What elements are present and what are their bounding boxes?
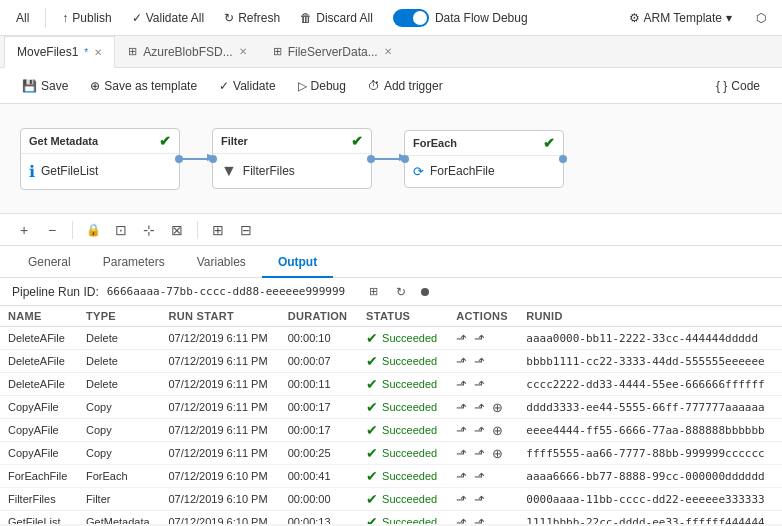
canvas-fit-button[interactable]: ⊡ — [109, 218, 133, 242]
cell-type-1: Delete — [78, 350, 160, 373]
action-output-icon-6[interactable]: ⬏ — [474, 469, 485, 484]
action-output-icon-3[interactable]: ⬏ — [474, 400, 485, 415]
canvas-add-button[interactable]: + — [12, 218, 36, 242]
action-link-icon-3[interactable]: ⊕ — [492, 400, 503, 415]
action-input-icon-0[interactable]: ⬏ — [456, 331, 467, 346]
copy-run-id-button[interactable]: ⊞ — [361, 280, 385, 304]
arm-template-label: ARM Template — [644, 11, 722, 25]
second-toolbar: 💾 Save ⊕ Save as template ✓ Validate ▷ D… — [0, 68, 782, 104]
cell-actions-7: ⬏ ⬏ — [448, 488, 518, 511]
action-input-icon-5[interactable]: ⬏ — [456, 446, 467, 461]
action-input-icon-3[interactable]: ⬏ — [456, 400, 467, 415]
add-trigger-button[interactable]: ⏱ Add trigger — [358, 75, 453, 97]
tab-fileserver-label: FileServerData... — [288, 45, 378, 59]
canvas-select-button[interactable]: ⊹ — [137, 218, 161, 242]
publish-button[interactable]: ↑ Publish — [54, 7, 119, 29]
code-button[interactable]: { } Code — [706, 75, 770, 97]
save-label: Save — [41, 79, 68, 93]
table-body: DeleteAFile Delete 07/12/2019 6:11 PM 00… — [0, 327, 782, 525]
node-foreach-name: ForEachFile — [430, 164, 495, 178]
maximize-button[interactable]: ⬡ — [748, 7, 774, 29]
status-success-icon: ✔ — [366, 399, 378, 415]
connector-line-2: ▶ — [374, 158, 402, 160]
canvas-lock-button[interactable]: 🔒 — [81, 218, 105, 242]
tab-variables[interactable]: Variables — [181, 246, 262, 278]
refresh-button[interactable]: ↻ Refresh — [216, 7, 288, 29]
cell-name-8: GetFileList — [0, 511, 78, 525]
tab-variables-label: Variables — [197, 255, 246, 269]
canvas-select2-button[interactable]: ⊠ — [165, 218, 189, 242]
validate-all-icon: ✓ — [132, 11, 142, 25]
refresh-label: Refresh — [238, 11, 280, 25]
toggle-switch[interactable] — [393, 9, 429, 27]
run-bar: Pipeline Run ID: 6666aaaa-77bb-cccc-dd88… — [0, 278, 782, 306]
pipeline-run-id-value: 6666aaaa-77bb-cccc-dd88-eeeeee999999 — [107, 285, 345, 298]
discard-all-button[interactable]: 🗑 Discard All — [292, 7, 381, 29]
tab-azureblob-close[interactable]: ✕ — [239, 46, 247, 57]
node-get-metadata[interactable]: Get Metadata ✔ ℹ GetFileList — [20, 128, 180, 190]
tab-movefiles-close[interactable]: ✕ — [94, 47, 102, 58]
cell-runid-1: bbbb1111-cc22-3333-44dd-555555eeeeee — [518, 350, 782, 373]
all-button[interactable]: All — [8, 7, 37, 29]
node-filter[interactable]: Filter ✔ ▼ FilterFiles — [212, 128, 372, 189]
refresh-run-button[interactable]: ↻ — [389, 280, 413, 304]
debug-button[interactable]: ▷ Debug — [288, 75, 356, 97]
node-filter-input-port[interactable] — [209, 155, 217, 163]
action-link-icon-5[interactable]: ⊕ — [492, 446, 503, 461]
table-row: FilterFiles Filter 07/12/2019 6:10 PM 00… — [0, 488, 782, 511]
cell-actions-6: ⬏ ⬏ — [448, 465, 518, 488]
cell-runid-7: 0000aaaa-11bb-cccc-dd22-eeeeee333333 — [518, 488, 782, 511]
action-input-icon-8[interactable]: ⬏ — [456, 515, 467, 525]
cell-type-6: ForEach — [78, 465, 160, 488]
code-icon: { } — [716, 79, 727, 93]
action-link-icon-4[interactable]: ⊕ — [492, 423, 503, 438]
canvas-layout-button[interactable]: ⊞ — [206, 218, 230, 242]
tab-azureblob-label: AzureBlobFSD... — [143, 45, 232, 59]
node-get-metadata-status: ✔ — [159, 133, 171, 149]
action-output-icon-2[interactable]: ⬏ — [474, 377, 485, 392]
cell-runid-6: aaaa6666-bb77-8888-99cc-000000dddddd — [518, 465, 782, 488]
arrow-2: ▶ — [374, 158, 402, 160]
action-output-icon-5[interactable]: ⬏ — [474, 446, 485, 461]
status-text: Succeeded — [382, 516, 437, 524]
data-flow-debug-toggle[interactable]: Data Flow Debug — [393, 9, 528, 27]
action-output-icon-8[interactable]: ⬏ — [474, 515, 485, 525]
tab-fileserver-close[interactable]: ✕ — [384, 46, 392, 57]
action-output-icon-0[interactable]: ⬏ — [474, 331, 485, 346]
tab-fileserver[interactable]: ⊞ FileServerData... ✕ — [260, 36, 405, 68]
cell-status-3: ✔ Succeeded — [358, 396, 448, 419]
cell-run-start-1: 07/12/2019 6:11 PM — [160, 350, 279, 373]
validate-button[interactable]: ✓ Validate — [209, 75, 285, 97]
node-foreach[interactable]: ForEach ✔ ⟳ ForEachFile — [404, 130, 564, 188]
action-input-icon-1[interactable]: ⬏ — [456, 354, 467, 369]
save-as-template-button[interactable]: ⊕ Save as template — [80, 75, 207, 97]
arm-template-button[interactable]: ⚙ ARM Template ▾ — [621, 7, 740, 29]
tab-output[interactable]: Output — [262, 246, 333, 278]
table-container[interactable]: NAME TYPE RUN START DURATION STATUS ACTI… — [0, 306, 782, 524]
tab-movefiles[interactable]: MoveFiles1 * ✕ — [4, 36, 115, 68]
cell-run-start-2: 07/12/2019 6:11 PM — [160, 373, 279, 396]
node-foreach-output-port[interactable] — [559, 155, 567, 163]
tab-general[interactable]: General — [12, 246, 87, 278]
canvas-remove-button[interactable]: − — [40, 218, 64, 242]
save-button[interactable]: 💾 Save — [12, 75, 78, 97]
cell-duration-7: 00:00:00 — [280, 488, 358, 511]
tab-azureblob[interactable]: ⊞ AzureBlobFSD... ✕ — [115, 36, 259, 68]
action-output-icon-7[interactable]: ⬏ — [474, 492, 485, 507]
node-foreach-input-port[interactable] — [401, 155, 409, 163]
table-row: CopyAFile Copy 07/12/2019 6:11 PM 00:00:… — [0, 442, 782, 465]
tab-parameters[interactable]: Parameters — [87, 246, 181, 278]
action-input-icon-7[interactable]: ⬏ — [456, 492, 467, 507]
action-input-icon-6[interactable]: ⬏ — [456, 469, 467, 484]
table-row: DeleteAFile Delete 07/12/2019 6:11 PM 00… — [0, 327, 782, 350]
save-icon: 💾 — [22, 79, 37, 93]
pipeline-canvas: Get Metadata ✔ ℹ GetFileList ▶ Filter ✔ … — [0, 104, 782, 214]
validate-all-label: Validate All — [146, 11, 204, 25]
action-input-icon-2[interactable]: ⬏ — [456, 377, 467, 392]
action-input-icon-4[interactable]: ⬏ — [456, 423, 467, 438]
action-output-icon-4[interactable]: ⬏ — [474, 423, 485, 438]
validate-all-button[interactable]: ✓ Validate All — [124, 7, 212, 29]
canvas-grid-button[interactable]: ⊟ — [234, 218, 258, 242]
tab-parameters-label: Parameters — [103, 255, 165, 269]
action-output-icon-1[interactable]: ⬏ — [474, 354, 485, 369]
